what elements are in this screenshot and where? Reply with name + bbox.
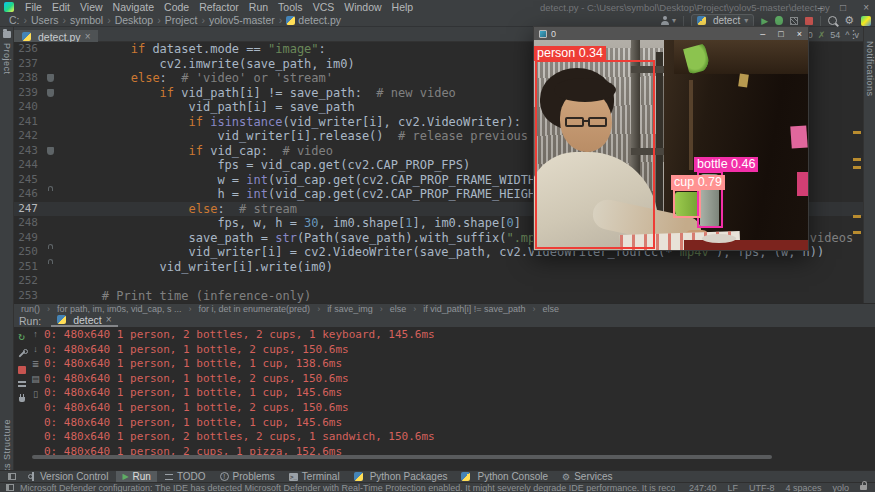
token: vid_path[i] = save_path <box>189 100 355 114</box>
attach-debugger-button[interactable] <box>19 397 25 402</box>
detection-label-bottle: bottle 0.46 <box>694 157 758 172</box>
stop-button[interactable] <box>18 366 26 374</box>
indent <box>44 187 217 201</box>
breadcrumb-item[interactable]: Project <box>164 14 199 26</box>
sidebar-item-notifications[interactable]: Notifications <box>865 41 875 97</box>
tool-window-version-control[interactable]: Version Control <box>22 471 114 483</box>
pause-output-button[interactable] <box>18 381 26 387</box>
menu-vcs[interactable]: VCS <box>308 1 340 13</box>
settings-button[interactable] <box>17 349 27 359</box>
context-item[interactable]: if vid_path[i] != save_path <box>422 304 526 314</box>
debug-button[interactable] <box>775 16 783 25</box>
sidebar-item-structure[interactable]: Structure <box>2 419 12 460</box>
line-number: 242 <box>14 129 38 144</box>
context-item[interactable]: for path, im, im0s, vid_cap, s ... <box>56 304 183 314</box>
run-tab-detect[interactable]: detect × <box>51 314 117 327</box>
search-everywhere-button[interactable] <box>828 16 837 25</box>
next-problem-button[interactable]: v <box>855 30 860 40</box>
menu-code[interactable]: Code <box>159 1 194 13</box>
tool-window-python-packages[interactable]: Python Packages <box>348 471 454 483</box>
context-item[interactable]: run() <box>20 304 41 314</box>
user-avatar-button[interactable]: ▾ <box>660 16 676 26</box>
scrollbar-warning-mark[interactable] <box>853 158 861 161</box>
code-text: if vid_cap: # video <box>44 144 333 159</box>
close-icon[interactable]: × <box>85 31 91 42</box>
rerun-button[interactable]: ↻ <box>18 332 25 342</box>
breadcrumb-item[interactable]: symbol <box>69 14 104 26</box>
scrollbar-warning-mark[interactable] <box>853 166 861 169</box>
menu-run[interactable]: Run <box>244 1 273 13</box>
tool-window-python-console[interactable]: Python Console <box>455 471 554 483</box>
tool-window-todo[interactable]: TODO <box>159 471 212 483</box>
webcam-frame: person 0.34 bottle 0.46 cup 0.79 <box>534 40 808 250</box>
chevron-right-icon: › <box>157 14 161 26</box>
status-widget[interactable]: 247:40 <box>689 483 717 492</box>
maximize-button[interactable]: □ <box>778 29 783 39</box>
prev-occurrence-button[interactable]: ↑ <box>33 329 38 339</box>
horizontal-scrollbar[interactable] <box>32 455 772 459</box>
webcam-table <box>684 240 808 250</box>
plugin-icon[interactable] <box>861 16 871 26</box>
minimize-button[interactable]: – <box>818 2 824 13</box>
scrollbar-warning-mark[interactable] <box>853 215 861 218</box>
menu-file[interactable]: File <box>20 1 47 13</box>
coverage-button[interactable] <box>790 17 798 25</box>
context-item[interactable]: else <box>389 304 408 314</box>
next-occurrence-button[interactable]: ↓ <box>33 344 38 354</box>
tool-window-switcher-icon[interactable] <box>8 473 16 480</box>
settings-button[interactable]: ⚙ <box>844 15 854 26</box>
python-icon <box>286 16 295 25</box>
context-item[interactable]: if save_img <box>326 304 374 314</box>
console-line: 0: 480x640 1 person, 2 bottles, 2 cups, … <box>44 430 875 445</box>
tool-window-run[interactable]: ▶Run <box>116 471 157 483</box>
context-item[interactable]: else <box>542 304 561 314</box>
close-button[interactable]: × <box>797 29 802 39</box>
chevron-right-icon: › <box>47 304 50 314</box>
sidebar-item-project[interactable]: Project <box>2 43 12 75</box>
webcam-tag <box>738 73 749 87</box>
menu-navigate[interactable]: Navigate <box>108 1 159 13</box>
minimize-button[interactable]: – <box>760 29 765 39</box>
menu-view[interactable]: View <box>75 1 108 13</box>
breadcrumb-item[interactable]: Users <box>30 14 59 26</box>
menu-window[interactable]: Window <box>339 1 386 13</box>
webcam-shelf-edge <box>689 80 693 170</box>
status-widget[interactable]: UTF-8 <box>749 483 775 492</box>
scrollbar-warning-mark[interactable] <box>853 231 861 234</box>
close-button[interactable]: × <box>863 2 869 13</box>
context-item[interactable]: for i, det in enumerate(pred) <box>198 304 312 314</box>
soft-wrap-button[interactable]: ≣ <box>32 359 40 369</box>
token: : <box>160 71 182 85</box>
breadcrumb-item[interactable]: Desktop <box>114 14 155 26</box>
title-bar: FileEditViewNavigateCodeRefactorRunTools… <box>0 0 875 14</box>
scrollbar-warning-mark[interactable] <box>853 131 861 134</box>
scroll-to-end-button[interactable]: ▤ <box>31 374 40 384</box>
run-button[interactable]: ▶ <box>761 16 768 26</box>
menu-tools[interactable]: Tools <box>273 1 308 13</box>
close-icon[interactable]: × <box>106 314 112 325</box>
tool-window-terminal[interactable]: >_Terminal <box>283 471 346 483</box>
status-widget[interactable]: LF <box>727 483 738 492</box>
maximize-button[interactable]: □ <box>840 2 846 13</box>
tool-window-problems[interactable]: !Problems <box>214 471 281 483</box>
breadcrumb-item[interactable]: detect.py <box>285 14 342 26</box>
stop-button[interactable] <box>805 17 813 25</box>
run-console[interactable]: ↻ ↑↓≣▤▯ 0: 480x640 1 person, 2 bottles, … <box>14 327 875 470</box>
context-breadcrumb-bar: run()›for path, im, im0s, vid_cap, s ...… <box>14 303 875 314</box>
code-text: if vid_path[i] != save_path: # new video <box>44 86 456 101</box>
clear-all-button[interactable]: ▯ <box>33 389 38 399</box>
typo-icon: ✗ <box>818 30 826 40</box>
tool-window-services[interactable]: ⚙Services <box>556 471 618 483</box>
status-widget[interactable]: yolo <box>832 483 849 492</box>
menu-refactor[interactable]: Refactor <box>194 1 244 13</box>
breadcrumb-item[interactable]: C: <box>8 14 21 26</box>
code-text: cv2.imwrite(save_path, im0) <box>44 57 355 72</box>
menu-edit[interactable]: Edit <box>47 1 75 13</box>
status-widget[interactable]: 4 spaces <box>785 483 821 492</box>
terminal-icon: >_ <box>289 473 298 481</box>
prev-problem-button[interactable]: ^ <box>845 30 849 40</box>
breadcrumb-item[interactable]: yolov5-master <box>208 14 276 26</box>
tool-window-label: TODO <box>177 471 206 482</box>
menu-help[interactable]: Help <box>387 1 419 13</box>
token: if <box>189 144 211 158</box>
